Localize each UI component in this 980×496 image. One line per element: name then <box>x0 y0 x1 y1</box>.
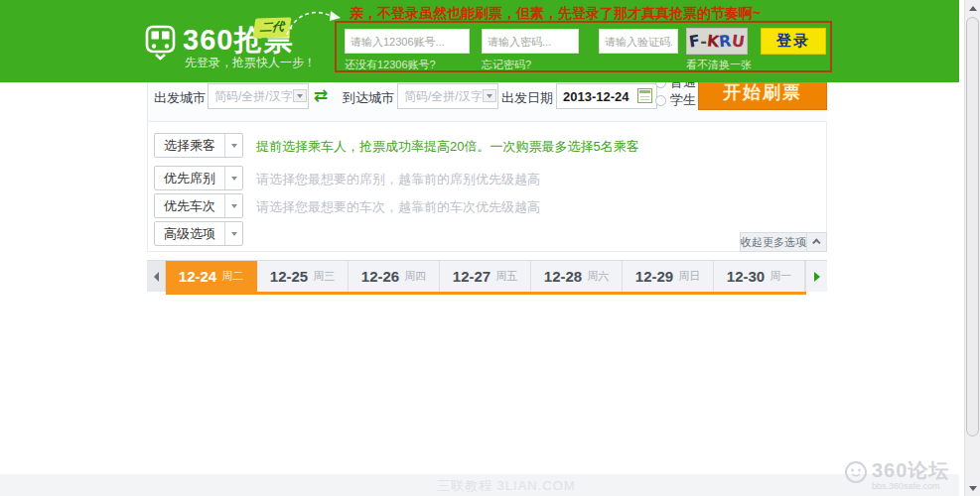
date-tab-weekday: 周五 <box>495 269 517 284</box>
login-header: 360抢票 二代 先登录，抢票快人一步！ 亲，不登录虽然也能刷票，但素，先登录了… <box>0 0 959 82</box>
panel-separator <box>147 121 827 122</box>
train-priority-dropdown[interactable]: 优先车次 <box>154 193 243 218</box>
chevron-up-icon <box>807 232 827 252</box>
date-tab-weekday: 周一 <box>770 269 791 284</box>
date-tab-weekday: 周四 <box>404 269 426 284</box>
select-passenger-dropdown[interactable]: 选择乘客 <box>154 133 243 158</box>
chevron-right-icon <box>814 272 820 282</box>
chevron-down-icon <box>224 134 242 157</box>
watermark-forum: 360论坛 bbs.360safe.com <box>844 460 949 491</box>
forgot-password-link[interactable]: 忘记密码? <box>482 58 531 72</box>
date-tab-date: 12-28 <box>544 268 582 285</box>
captcha-image[interactable]: F-KRU <box>686 28 748 55</box>
from-city-label: 出发城市 <box>154 89 206 107</box>
forum-url: bbs.360safe.com <box>872 482 949 491</box>
calendar-icon[interactable] <box>637 88 652 103</box>
date-tab-weekday: 周三 <box>313 269 335 284</box>
prev-dates-button[interactable] <box>147 261 166 292</box>
watermark-center: 三联教程 3LIAN.COM <box>437 477 576 495</box>
collapse-options-button[interactable]: 收起更多选项 <box>740 232 827 252</box>
page: 三联教程 3LIAN.COM 360论坛 bbs.360safe.com 出发城… <box>0 0 980 496</box>
scrollbar-down-icon <box>969 486 977 491</box>
date-tab-date: 12-24 <box>179 268 216 285</box>
login-box: 还没有12306账号? 忘记密码? F-KRU 看不清换一张 登录 <box>335 21 832 72</box>
date-tab-12-27[interactable]: 12-27周五 <box>440 261 531 292</box>
scrollbar-up-icon <box>969 6 977 11</box>
next-dates-button[interactable] <box>805 261 827 292</box>
depart-date-label: 出发日期 <box>501 89 553 107</box>
forum-logo-icon <box>844 460 868 488</box>
train-hint: 请选择您最想要的车次，越靠前的车次优先级越高 <box>256 198 540 216</box>
chevron-down-icon <box>224 222 242 245</box>
advanced-options-dropdown[interactable]: 高级选项 <box>154 221 243 246</box>
scrollbar-down-button[interactable] <box>965 480 980 496</box>
logo-tagline: 先登录，抢票快人一步！ <box>185 55 316 71</box>
date-tab-date: 12-26 <box>361 268 399 285</box>
chevron-down-icon <box>487 94 492 98</box>
forum-name: 360论坛 <box>872 460 949 480</box>
radio-student-label: 学生 <box>670 91 696 109</box>
chevron-down-icon <box>224 167 242 189</box>
date-tab-weekday: 周二 <box>221 269 243 284</box>
chevron-down-icon <box>297 94 303 98</box>
scrollbar-up-button[interactable] <box>965 0 980 16</box>
date-tab-12-30[interactable]: 12-30周一 <box>714 261 805 292</box>
passenger-hint: 提前选择乘车人，抢票成功率提高20倍。一次购票最多选择5名乘客 <box>256 138 639 156</box>
to-city-label: 到达城市 <box>343 89 394 107</box>
password-input[interactable] <box>482 29 579 54</box>
date-tab-12-28[interactable]: 12-28周六 <box>531 261 623 292</box>
date-tab-12-24[interactable]: 12-24周二 <box>166 261 257 292</box>
radio-icon <box>655 95 666 106</box>
login-button[interactable]: 登录 <box>761 28 826 55</box>
seat-hint: 请选择您最想要的席别，越靠前的席别优先级越高 <box>256 171 540 188</box>
chevron-left-icon <box>154 272 159 282</box>
chevron-down-icon <box>224 194 242 217</box>
date-tab-list: 12-24周二12-25周三12-26周四12-27周五12-28周六12-29… <box>166 261 805 292</box>
date-tab-date: 12-25 <box>270 268 308 285</box>
refresh-captcha-link[interactable]: 看不清换一张 <box>686 58 752 72</box>
date-tab-strip: 12-24周二12-25周三12-26周四12-27周五12-28周六12-29… <box>147 260 827 292</box>
tabs-underline <box>166 292 806 295</box>
date-tab-weekday: 周日 <box>678 269 700 284</box>
date-tab-date: 12-30 <box>727 268 765 285</box>
swap-cities-icon[interactable]: ⇄ <box>314 85 328 106</box>
ticket-type-student[interactable]: 学生 <box>655 91 696 109</box>
train-icon <box>145 25 177 64</box>
to-city-dropdown-button[interactable] <box>483 89 496 102</box>
date-tab-12-29[interactable]: 12-29周日 <box>623 261 714 292</box>
captcha-char: U <box>731 33 746 51</box>
scrollbar-thumb[interactable] <box>966 17 979 436</box>
from-city-dropdown-button[interactable] <box>293 89 307 102</box>
date-tab-12-26[interactable]: 12-26周四 <box>349 261 440 292</box>
captcha-input[interactable] <box>599 29 678 54</box>
date-tab-date: 12-27 <box>453 268 490 285</box>
page-scrollbar[interactable] <box>964 0 980 496</box>
date-tab-date: 12-29 <box>635 268 673 285</box>
date-tab-12-25[interactable]: 12-25周三 <box>257 261 349 292</box>
no-account-link[interactable]: 还没有12306账号? <box>345 58 436 72</box>
seat-priority-dropdown[interactable]: 优先席别 <box>154 166 243 190</box>
account-input[interactable] <box>345 29 470 54</box>
date-tab-weekday: 周六 <box>587 269 609 284</box>
